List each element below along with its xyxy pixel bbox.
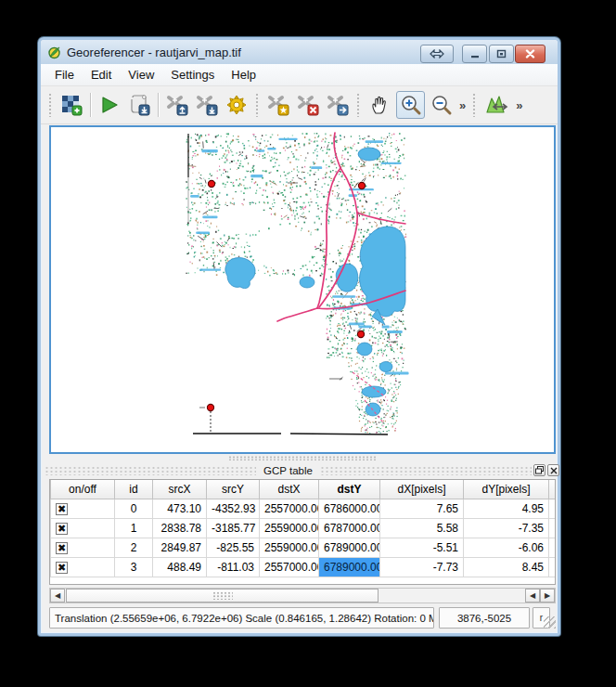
zoom-in-button[interactable] (396, 91, 425, 119)
gcp-cell-dstY[interactable]: 6789000.00 (319, 557, 380, 577)
gcp-cell-dstX[interactable]: 2559000.00 (260, 518, 319, 538)
gcp-enabled-checkbox[interactable]: ✖ (56, 542, 68, 554)
gcp-col-header-filler (549, 480, 557, 499)
menu-file[interactable]: File (46, 65, 83, 84)
qgis-app-icon (47, 45, 61, 59)
toolbar-grip[interactable] (472, 93, 477, 117)
toolbar-grip[interactable] (48, 93, 53, 117)
gcp-cell-srcY[interactable]: -4352.93 (207, 499, 260, 518)
desktop-background: Georeferencer - rautjarvi_map.tif (0, 0, 616, 687)
gcp-cell-srcY[interactable]: -825.55 (207, 538, 260, 557)
gcp-enabled-checkbox[interactable]: ✖ (56, 562, 68, 574)
scroll-right-button[interactable]: ▶ (540, 589, 555, 603)
gcp-col-header-id[interactable]: id (115, 480, 153, 499)
save-gcp-points-button[interactable] (194, 92, 220, 118)
load-gcp-points-button[interactable] (164, 92, 190, 118)
menu-view[interactable]: View (120, 65, 162, 84)
gcp-enabled-checkbox[interactable]: ✖ (56, 503, 68, 515)
gcp-cell-dstY[interactable]: 6787000.00 (319, 518, 380, 538)
gcp-onoff-cell[interactable]: ✖ (51, 557, 115, 577)
gcp-col-header-dXpixels[interactable]: dX[pixels] (380, 480, 464, 499)
gcp-cell-dY[interactable]: 8.45 (464, 557, 549, 577)
gcp-marker-2[interactable] (357, 331, 364, 337)
title-bar[interactable]: Georeferencer - rautjarvi_map.tif (41, 40, 558, 64)
menu-settings[interactable]: Settings (162, 65, 223, 84)
gcp-col-header-dstX[interactable]: dstX (260, 480, 319, 499)
gcp-col-header-onoff[interactable]: on/off (51, 480, 115, 499)
gcp-cell-srcX[interactable]: 488.49 (153, 557, 207, 577)
gcp-cell-dstX[interactable]: 2557000.00 (260, 557, 319, 577)
close-button[interactable] (515, 45, 545, 63)
gcp-marker-0[interactable] (208, 180, 214, 187)
gcp-cell-srcX[interactable]: 473.10 (153, 499, 207, 518)
gcp-cell-dY[interactable]: 4.95 (464, 499, 549, 518)
georeferencer-window: Georeferencer - rautjarvi_map.tif (38, 37, 560, 636)
gcp-onoff-cell[interactable]: ✖ (51, 538, 115, 557)
gcp-col-header-srcX[interactable]: srcX (153, 480, 207, 499)
gcp-cell-filler (549, 518, 557, 538)
scroll-left-button-2[interactable]: ◀ (525, 589, 540, 603)
menu-edit[interactable]: Edit (83, 65, 120, 84)
menu-help[interactable]: Help (223, 65, 264, 84)
gcp-cell-dstY[interactable]: 6789000.00 (319, 538, 380, 557)
toolbar-grip[interactable] (356, 93, 361, 117)
dock-splitter-handle[interactable] (49, 455, 556, 461)
zoom-to-layer-button[interactable] (482, 92, 511, 118)
gcp-onoff-cell[interactable]: ✖ (51, 518, 115, 538)
window-resize-grip[interactable] (544, 616, 556, 629)
gcp-marker-3[interactable] (207, 404, 213, 410)
gcp-cell-dX[interactable]: -7.73 (380, 557, 464, 577)
gcp-cell-dY[interactable]: -7.35 (464, 518, 549, 538)
gcp-onoff-cell[interactable]: ✖ (51, 499, 115, 518)
gcp-cell-srcY[interactable]: -3185.77 (207, 518, 260, 538)
thumb-grip-dots (212, 591, 233, 600)
menu-bar: File Edit View Settings Help (41, 64, 558, 86)
gcp-cell-id[interactable]: 2 (115, 538, 153, 557)
gcp-cell-srcX[interactable]: 2849.87 (153, 538, 207, 557)
dock-close-button[interactable] (547, 464, 559, 476)
gcp-download-icon (195, 93, 219, 117)
gcp-cell-dstY[interactable]: 6786000.00 (319, 499, 380, 518)
scroll-left-button[interactable]: ◀ (50, 589, 65, 603)
gcp-cell-dstX[interactable]: 2559000.00 (260, 538, 319, 557)
gcp-enabled-checkbox[interactable]: ✖ (56, 523, 68, 535)
gcp-marker-1[interactable] (358, 182, 365, 188)
pan-button[interactable] (366, 92, 392, 118)
delete-point-button[interactable] (295, 92, 321, 118)
start-georeferencing-button[interactable] (96, 92, 122, 118)
gcp-col-header-srcY[interactable]: srcY (207, 480, 260, 499)
zoom-out-button[interactable] (429, 92, 455, 118)
gcp-table-hscrollbar[interactable]: ◀ ◀ ▶ (49, 588, 556, 603)
gcp-cell-id[interactable]: 0 (115, 499, 153, 518)
gcp-cell-srcY[interactable]: -811.03 (207, 557, 260, 577)
gcp-cell-id[interactable]: 3 (115, 557, 153, 577)
scrollbar-thumb[interactable] (66, 589, 379, 603)
gcp-col-header-dYpixels[interactable]: dY[pixels] (464, 480, 549, 499)
toolbar-grip[interactable] (255, 93, 260, 117)
add-point-button[interactable] (265, 92, 291, 118)
gcp-cell-srcX[interactable]: 2838.78 (153, 518, 207, 538)
dock-toggle-button[interactable] (420, 45, 454, 63)
gcp-cell-dX[interactable]: 7.65 (380, 499, 464, 518)
toolbar-overflow-chevron[interactable]: » (459, 98, 466, 112)
gcp-col-header-dstY[interactable]: dstY (319, 480, 380, 499)
dock-float-button[interactable] (533, 464, 545, 476)
gcp-cell-dX[interactable]: 5.58 (380, 518, 464, 538)
gcp-cell-dY[interactable]: -6.06 (464, 538, 549, 557)
gdal-script-button[interactable] (126, 92, 152, 118)
move-point-button[interactable] (325, 92, 351, 118)
maximize-button[interactable] (489, 45, 514, 63)
transformation-settings-button[interactable] (224, 92, 250, 118)
green-layer-arrows-icon (485, 94, 509, 116)
minimize-button[interactable] (462, 45, 487, 63)
close-icon (550, 467, 558, 474)
open-raster-button[interactable] (58, 92, 84, 118)
gcp-dock-titlebar[interactable]: GCP table (45, 462, 559, 478)
raster-checker-plus-icon (60, 94, 83, 116)
toolbar-overflow-chevron[interactable]: » (516, 98, 522, 112)
gcp-cell-id[interactable]: 1 (115, 518, 153, 538)
map-canvas[interactable] (49, 125, 556, 454)
gcp-cell-dX[interactable]: -5.51 (380, 538, 464, 557)
gcp-red-x-icon (296, 93, 320, 117)
gcp-cell-dstX[interactable]: 2557000.00 (260, 499, 319, 518)
